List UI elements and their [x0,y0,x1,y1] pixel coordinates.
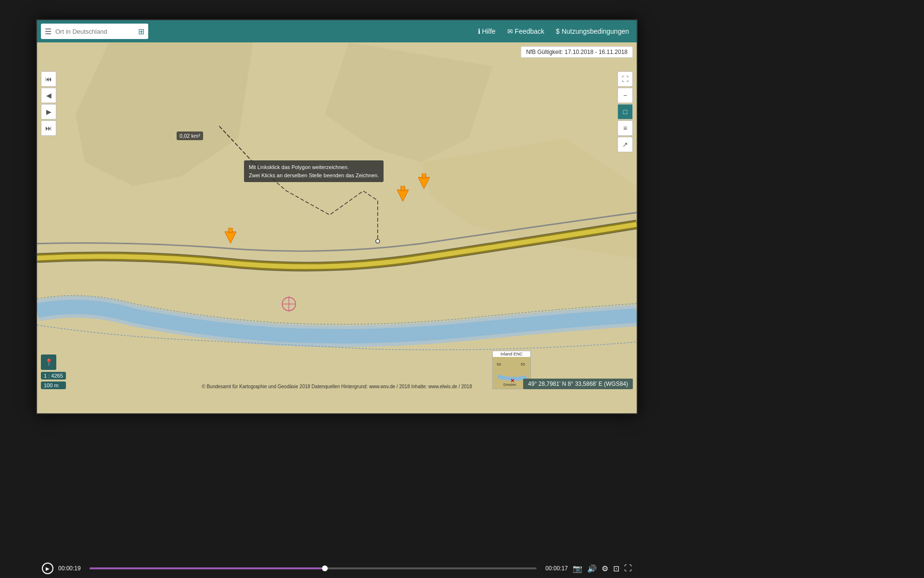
nfb-badge: NfB Gültigkeit: 17.10.2018 - 16.11.2018 [521,46,633,58]
svg-marker-1 [76,42,253,186]
video-bar: ▶ 00:00:19 00:00:17 📷 🔊 ⚙ ⊡ ⛶ [36,559,638,578]
map-number-5: 9.5 [193,239,200,245]
progress-bar[interactable] [90,567,537,569]
zoom-out-button[interactable]: − [617,88,633,103]
map-area[interactable]: NfB Gültigkeit: 17.10.2018 - 16.11.2018 [37,42,637,413]
copyright-text: © Bundesamt für Kartographie und Geodäsi… [202,384,472,389]
help-link[interactable]: ℹ Hilfe [478,27,496,35]
map-number-7: 9.7 [277,317,284,323]
hamburger-icon[interactable]: ☰ [45,27,51,36]
map-number-4: 9.4 [181,291,188,297]
svg-point-6 [282,297,295,311]
street-label-3: Eichenweg [349,113,372,118]
theater-button[interactable]: ⊡ [613,564,619,573]
header: ☰ ⊞ ℹ Hilfe ✉ Feedback $ Nutzungsbedingu… [37,20,637,42]
street-label-0: Lindenfeiser Straße [169,79,211,85]
terms-link[interactable]: $ Nutzungsbedingungen [556,27,629,35]
svg-text:Dresden: Dresden [503,383,516,386]
rectangle-button[interactable]: □ [617,104,633,119]
svg-line-4 [219,126,253,162]
nav-first-button[interactable]: ⏮ [41,71,56,87]
map-number-15: 9.8 [397,247,404,252]
street-label-16: Uferstraße [223,258,245,263]
street-label-19: Mannheimerstraße [397,295,437,300]
app-wrapper: ☰ ⊞ ℹ Hilfe ✉ Feedback $ Nutzungsbedingu… [36,19,638,414]
bookmark-icon[interactable]: ⊞ [138,27,144,36]
svg-rect-14 [422,173,426,178]
map-tooltip: Mit Linksklick das Polygon weiterzeichne… [244,160,384,182]
svg-text:56: 56 [497,362,501,367]
play-button[interactable]: ▶ [42,563,53,574]
street-label-12: Ilvesheim [457,365,477,370]
map-number-8: 9.8 [313,332,320,338]
search-area[interactable]: ☰ ⊞ [41,24,148,39]
street-label-5: Mozartstraße [121,235,149,240]
fullscreen-video-button[interactable]: ⛶ [624,564,632,573]
svg-rect-0 [37,42,637,413]
street-label-8: Masbacher Str. [205,158,237,163]
coordinates-value: 49° 28,7981' N 8° 33,5868' E (WGS84) [528,381,628,387]
street-label-24: sf clr 10.00 [73,258,97,263]
copyright: © Bundesamt für Kartographie und Geodäsi… [202,384,472,389]
svg-text:55: 55 [521,362,525,367]
nfb-date: 17.10.2018 - 16.11.2018 [565,49,628,55]
nfb-label: NfB Gültigkeit: [526,49,563,55]
svg-marker-2 [325,42,493,162]
fullscreen-button[interactable]: ⛶ [617,71,633,87]
right-toolbar: ⛶ − □ ≡ ↗ [617,71,633,152]
svg-marker-9 [225,232,236,243]
feedback-link[interactable]: ✉ Feedback [507,27,544,35]
left-nav: ⏮ ◀ ▶ ⏭ [41,71,56,136]
terms-icon: $ [556,27,560,35]
map-number-0: 9 [61,243,64,249]
nav-prev-button[interactable]: ◀ [41,88,56,103]
street-label-18: Frankfurter Straße [253,291,293,296]
map-number-9: 9.9 [349,346,356,352]
marker-2 [397,186,409,203]
tooltip-line2: Zwei Klicks an derselben Stelle beenden … [249,171,379,180]
progress-fill [90,567,322,569]
nav-next-button[interactable]: ▶ [41,104,56,119]
header-nav: ℹ Hilfe ✉ Feedback $ Nutzungsbedingungen [478,27,629,35]
terms-label: Nutzungsbedingungen [562,27,629,35]
street-label-4: Drosselweg [373,143,398,148]
volume-button[interactable]: 🔊 [587,564,597,573]
map-number-17: 9.7 [319,243,326,249]
map-svg [37,42,637,413]
svg-rect-10 [229,228,232,233]
layers-button[interactable]: ≡ [617,120,633,136]
svg-marker-11 [397,190,409,201]
feedback-icon: ✉ [507,27,513,35]
scale-bar: 100 m [41,381,66,389]
street-label-7: Schillerstraße [241,217,270,222]
map-number-11: 9.1 [223,239,230,245]
mini-map-label: Inland ENC [493,351,530,357]
street-label-14: Bahnhofstraße [409,213,441,218]
marker-3 [418,173,430,191]
screenshot-button[interactable]: 📷 [573,564,582,573]
measure-button[interactable]: ↗ [617,137,633,152]
help-label: Hilfe [482,27,496,35]
marker-1 [225,228,236,245]
map-number-3: 9.3 [145,276,152,282]
progress-thumb[interactable] [322,565,328,571]
street-label-15: Friedensweg [481,169,508,174]
svg-marker-3 [421,138,637,258]
street-label-21: Neckar [193,298,208,303]
map-number-18: 9.9 [475,250,482,256]
time-elapsed: 00:00:19 [58,565,85,572]
search-input[interactable] [55,28,136,35]
bottom-left-controls: 📍 1 : 4265 100 m [41,355,66,389]
nav-last-button[interactable]: ⏭ [41,120,56,136]
street-label-13: Kantstraße [379,198,402,203]
map-number-13: 9.3 [151,239,158,245]
settings-button[interactable]: ⚙ [602,564,608,573]
help-icon: ℹ [478,27,480,35]
location-button[interactable]: 📍 [41,355,56,370]
map-number-16: 9.5 [211,235,218,241]
street-label-20: Krankenhaltestraße [469,291,511,296]
street-label-11: Ilvesheim [355,309,375,315]
street-label-2: Birkenstraße [409,94,436,100]
svg-marker-13 [418,177,430,189]
map-number-10: 10.0 [397,372,407,378]
